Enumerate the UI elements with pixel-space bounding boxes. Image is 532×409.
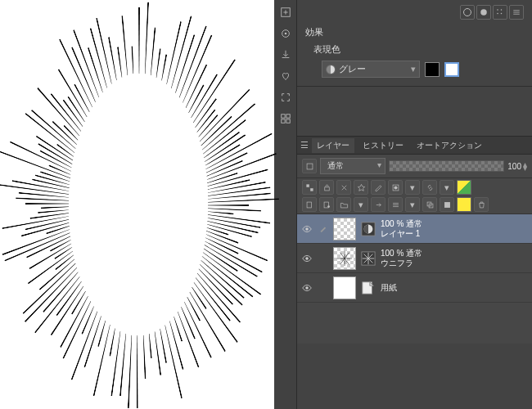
svg-rect-5 — [281, 119, 284, 123]
svg-point-20 — [327, 205, 330, 208]
tab-autoaction[interactable]: オートアクション — [412, 138, 487, 153]
svg-line-31 — [345, 258, 349, 264]
layer-row-2[interactable]: 100 % 通常 ウニフラ — [297, 244, 532, 273]
chevron-down-icon: ▾ — [411, 64, 416, 74]
ruler-icon[interactable]: ▾ — [405, 180, 420, 195]
visibility-toggle[interactable] — [300, 253, 313, 264]
layer-name: 用紙 — [381, 283, 397, 293]
svg-point-11 — [501, 13, 503, 15]
tab-history[interactable]: ヒストリー — [358, 138, 408, 153]
tool-grid-icon[interactable] — [277, 110, 295, 128]
canvas-area[interactable] — [0, 0, 274, 409]
new-raster-icon[interactable] — [302, 197, 317, 212]
svg-point-10 — [497, 13, 498, 15]
palette-mode-icon[interactable] — [302, 159, 317, 173]
layer-type-icon — [360, 280, 376, 296]
tool-nav-icon[interactable] — [277, 3, 295, 21]
select-value: グレー — [339, 63, 366, 75]
blend-mode-select[interactable]: 通常 — [320, 158, 385, 174]
effect-menu-icon[interactable] — [509, 5, 524, 20]
effect-fill-icon[interactable] — [476, 5, 491, 20]
svg-rect-15 — [324, 187, 329, 190]
layer-type-icon — [360, 250, 376, 267]
merge-icon[interactable] — [388, 197, 403, 212]
opacity-slider[interactable] — [389, 160, 504, 172]
mask-icon[interactable] — [388, 180, 403, 195]
tool-target-icon[interactable] — [277, 25, 295, 43]
new-folder-icon[interactable] — [336, 197, 351, 212]
layers-stack-icon: ☰ — [300, 140, 309, 151]
svg-point-9 — [501, 9, 503, 11]
folder-in-icon[interactable]: ▾ — [354, 197, 368, 212]
new-vector-icon[interactable] — [319, 197, 334, 212]
expression-color-select[interactable]: グレー ▾ — [322, 61, 420, 78]
svg-point-27 — [305, 257, 309, 260]
svg-rect-4 — [286, 115, 289, 118]
palette-color-chip[interactable] — [457, 180, 471, 195]
layer-opacity-mode: 100 % 通常 — [381, 219, 422, 229]
combine-icon[interactable]: ▾ — [405, 197, 420, 212]
svg-line-35 — [340, 252, 345, 258]
visibility-toggle[interactable] — [300, 223, 313, 235]
layer-name: レイヤー 1 — [381, 229, 422, 239]
effect-section: 効果 表現色 グレー ▾ — [297, 0, 532, 87]
layer-thumbnail — [333, 218, 356, 240]
lock-icon[interactable] — [319, 180, 334, 195]
tab-layer[interactable]: レイヤー — [312, 138, 354, 153]
svg-point-8 — [497, 9, 498, 11]
layer-panel: ☰ レイヤー ヒストリー オートアクション 通常 100 ▴▾ ▾ — [297, 136, 532, 344]
apply-mask-icon[interactable] — [440, 197, 454, 212]
right-panels: 効果 表現色 グレー ▾ ☰ レイヤー ヒストリー オートアクション 通常 10… — [297, 0, 532, 409]
svg-rect-3 — [281, 115, 284, 118]
svg-rect-12 — [307, 164, 313, 169]
layer-row-1[interactable]: 100 % 通常 レイヤー 1 — [297, 214, 532, 244]
expression-color-label: 表現色 — [313, 43, 524, 56]
effect-border-icon[interactable] — [460, 5, 475, 20]
layercolor-icon[interactable]: ▾ — [440, 180, 454, 195]
svg-line-29 — [345, 252, 349, 258]
duplicate-icon[interactable] — [422, 197, 437, 212]
svg-rect-23 — [444, 202, 450, 208]
draft-icon[interactable] — [371, 180, 385, 195]
svg-point-2 — [284, 33, 286, 35]
layer-color-yellow[interactable] — [457, 197, 471, 212]
opacity-spinner[interactable]: ▴▾ — [523, 162, 527, 170]
svg-point-7 — [480, 9, 487, 16]
layer-opacity-mode: 100 % 通常 — [381, 249, 422, 258]
effect-tone-icon[interactable] — [493, 5, 507, 20]
opacity-value: 100 ▴▾ — [507, 162, 527, 171]
layer-thumbnail — [333, 276, 356, 299]
clip-icon[interactable] — [336, 180, 351, 195]
svg-rect-18 — [307, 202, 312, 208]
link-icon[interactable] — [422, 180, 437, 195]
svg-rect-6 — [286, 119, 289, 123]
lock-checker-icon[interactable] — [302, 180, 317, 195]
layer-thumbnail — [333, 247, 356, 270]
tool-heart-icon[interactable] — [277, 67, 295, 85]
grayscale-icon — [326, 65, 336, 74]
svg-point-17 — [394, 186, 397, 189]
svg-point-24 — [305, 227, 309, 231]
svg-rect-13 — [306, 184, 309, 187]
layer-row-3[interactable]: 用紙 — [297, 273, 532, 303]
transfer-icon[interactable] — [371, 197, 385, 212]
tool-download-icon[interactable] — [277, 46, 295, 64]
swatch-black[interactable] — [425, 62, 440, 77]
visibility-toggle[interactable] — [300, 282, 313, 294]
edit-indicator — [318, 225, 329, 233]
svg-point-45 — [305, 286, 309, 290]
layers-list: 100 % 通常 レイヤー 1 100 % 通常 ウニフラ — [297, 214, 532, 344]
effect-title: 効果 — [305, 26, 524, 38]
svg-rect-14 — [310, 188, 313, 191]
swatch-white[interactable] — [444, 62, 459, 77]
layer-type-icon — [360, 221, 376, 237]
reference-icon[interactable] — [354, 180, 368, 195]
layer-name: ウニフラ — [381, 258, 422, 268]
svg-line-33 — [340, 258, 345, 264]
tool-expand-icon[interactable] — [277, 88, 295, 106]
delete-layer-icon[interactable] — [474, 197, 489, 212]
vertical-toolstrip — [274, 0, 297, 409]
